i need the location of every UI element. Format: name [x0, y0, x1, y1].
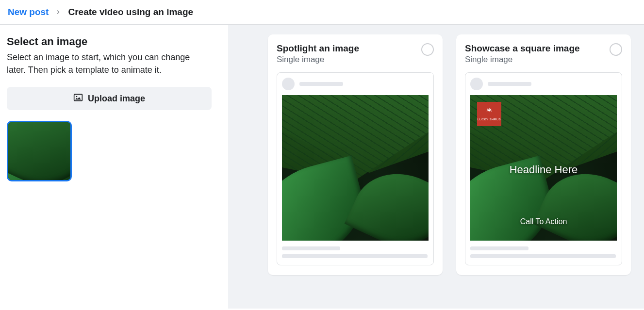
- preview-image: LUCKY SHRUB Headline Here Call To Action: [470, 95, 617, 241]
- avatar-placeholder-icon: [470, 78, 483, 90]
- template-preview: [277, 72, 434, 265]
- template-radio[interactable]: [610, 43, 622, 56]
- selected-image-thumbnail[interactable]: [7, 121, 72, 181]
- upload-image-button[interactable]: Upload image: [7, 87, 212, 110]
- overlay-cta: Call To Action: [470, 217, 617, 226]
- logo-badge: LUCKY SHRUB: [477, 102, 501, 126]
- overlay-headline: Headline Here: [470, 163, 617, 176]
- template-card-spotlight[interactable]: Spotlight an image Single image: [268, 34, 443, 275]
- text-placeholder: [470, 246, 528, 250]
- template-subtitle: Single image: [277, 55, 359, 65]
- breadcrumb: New post Create video using an image: [0, 0, 644, 25]
- template-title: Showcase a square image: [465, 43, 580, 54]
- text-placeholder: [282, 254, 428, 258]
- text-placeholder: [282, 246, 340, 250]
- avatar-placeholder-icon: [282, 78, 295, 90]
- image-icon: [73, 93, 83, 105]
- text-placeholder: [299, 82, 343, 86]
- breadcrumb-current: Create video using an image: [68, 7, 193, 17]
- template-gallery: Spotlight an image Single image: [228, 25, 644, 309]
- select-image-description: Select an image to start, which you can …: [7, 51, 211, 76]
- chevron-right-icon: [55, 9, 61, 15]
- text-placeholder: [470, 254, 616, 258]
- preview-image: [282, 95, 429, 241]
- text-placeholder: [488, 82, 531, 86]
- template-radio[interactable]: [421, 43, 434, 56]
- breadcrumb-new-post-link[interactable]: New post: [8, 7, 49, 17]
- plant-image: [8, 122, 70, 180]
- template-preview: LUCKY SHRUB Headline Here Call To Action: [465, 72, 622, 265]
- template-card-showcase-square[interactable]: Showcase a square image Single image: [456, 34, 631, 275]
- upload-image-label: Upload image: [88, 94, 145, 104]
- select-image-title: Select an image: [7, 35, 220, 48]
- left-panel: Select an image Select an image to start…: [0, 25, 228, 309]
- template-title: Spotlight an image: [277, 43, 359, 54]
- logo-text: LUCKY SHRUB: [478, 118, 501, 121]
- template-subtitle: Single image: [465, 55, 580, 65]
